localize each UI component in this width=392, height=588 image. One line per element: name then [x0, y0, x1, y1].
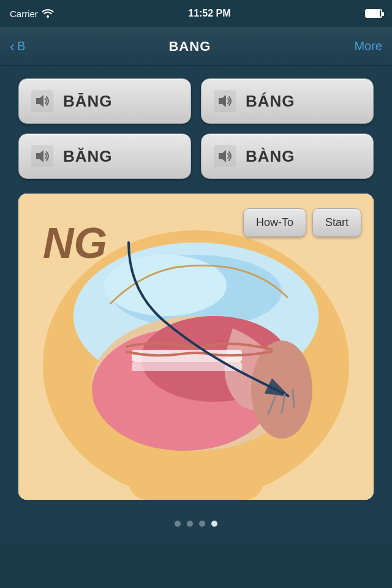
- page-dot-3[interactable]: [199, 521, 205, 527]
- tone-label-1: BĀNG: [63, 92, 113, 111]
- speaker-icon-4: [214, 145, 236, 167]
- tone-label-2: BÁNG: [246, 92, 295, 111]
- status-bar: Carrier 11:52 PM: [0, 0, 392, 27]
- diagram-inner: NG How-To Start: [18, 194, 374, 500]
- how-to-button[interactable]: How-To: [243, 208, 306, 237]
- carrier-label: Carrier: [10, 9, 38, 19]
- start-button[interactable]: Start: [312, 208, 361, 237]
- svg-text:NG: NG: [43, 219, 107, 267]
- back-label: B: [17, 39, 25, 53]
- content-area: BĀNG BÁNG BĂNG: [0, 66, 392, 545]
- time-label: 11:52 PM: [188, 8, 230, 19]
- chevron-left-icon: ‹: [10, 38, 15, 55]
- tone-button-4[interactable]: BÀNG: [201, 134, 374, 179]
- page-dot-4[interactable]: [211, 521, 217, 527]
- tone-label-3: BĂNG: [63, 147, 113, 166]
- tone-button-1[interactable]: BĀNG: [18, 78, 191, 124]
- tone-label-4: BÀNG: [246, 147, 295, 166]
- more-button[interactable]: More: [354, 39, 382, 53]
- anatomy-svg: NG: [18, 194, 374, 500]
- wifi-icon: [42, 8, 54, 20]
- back-button[interactable]: ‹ B: [10, 38, 25, 55]
- svg-point-16: [104, 255, 227, 316]
- status-left: Carrier: [10, 8, 54, 20]
- page-title: BANG: [168, 39, 211, 55]
- page-dot-1[interactable]: [175, 521, 181, 527]
- speaker-icon-2: [214, 90, 236, 112]
- svg-point-15: [251, 341, 312, 439]
- status-right: [365, 9, 382, 18]
- page-dot-2[interactable]: [187, 521, 193, 527]
- diagram-buttons: How-To Start: [243, 208, 361, 237]
- anatomy-diagram: NG How-To Start: [18, 194, 374, 500]
- tone-button-2[interactable]: BÁNG: [201, 78, 374, 124]
- page-dots: [18, 512, 374, 533]
- svg-line-22: [293, 390, 294, 408]
- speaker-icon-1: [31, 90, 53, 112]
- tone-grid: BĀNG BÁNG BĂNG: [18, 78, 374, 179]
- nav-bar: ‹ B BANG More: [0, 27, 392, 66]
- tone-button-3[interactable]: BĂNG: [18, 134, 191, 179]
- speaker-icon-3: [31, 145, 53, 167]
- battery-icon: [365, 9, 382, 18]
